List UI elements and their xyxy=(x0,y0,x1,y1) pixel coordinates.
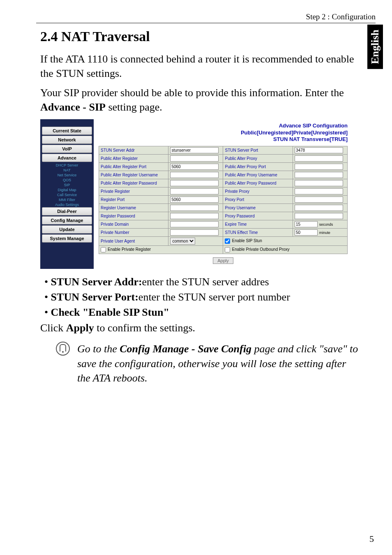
input-stun-addr[interactable] xyxy=(170,147,219,153)
sidebar-sub-nat[interactable]: NAT xyxy=(40,168,94,173)
lbl-priv-reg: Private Register xyxy=(99,187,168,196)
bullet-1-rest: enter the STUN server addres xyxy=(142,276,269,288)
input-priv-reg[interactable] xyxy=(170,188,219,194)
lbl-pub-alt-proxy-port: Public Alter Proxy Port xyxy=(223,163,293,171)
select-priv-ua[interactable]: common xyxy=(170,238,195,245)
lbl-expire: Expire Time xyxy=(223,220,293,229)
lbl-enable-outbound: Enable Private Outbound Proxy xyxy=(232,247,289,252)
bullet-3: • Check "Enable SIP Stun" xyxy=(44,305,360,319)
sidebar-item-advance[interactable]: Advance xyxy=(42,154,92,162)
bullet-2-rest: enter the STUN server port number xyxy=(138,291,290,303)
note-text: Go to the Config Manage - Save Config pa… xyxy=(77,342,360,385)
input-reg-port[interactable] xyxy=(170,197,219,203)
input-proxy-pass[interactable] xyxy=(295,213,343,219)
sidebar-sub-mmifilter[interactable]: MMI Filter xyxy=(40,197,94,202)
sidebar-item-configmanage[interactable]: Config Manage xyxy=(42,216,92,224)
apply-button[interactable]: Apply xyxy=(213,257,233,264)
check-enable-sip-stun[interactable] xyxy=(225,238,230,244)
lbl-enable-sip-stun: Enable SIP Stun xyxy=(232,238,262,243)
page-number: 5 xyxy=(369,534,374,544)
lbl-reg-pass: Register Password xyxy=(99,212,168,220)
check-enable-outbound[interactable] xyxy=(225,247,230,252)
config-title-l2: Public[Unregistered]Private[Unregistered… xyxy=(99,130,348,136)
lbl-pub-alt-proxy-pass: Public Alter Proxy Password xyxy=(223,179,293,187)
sidebar-sub-netservice[interactable]: Net Service xyxy=(40,173,94,178)
sidebar-sub-qos[interactable]: QOS xyxy=(40,178,94,183)
lbl-priv-ua: Private User Agent xyxy=(99,237,168,246)
after-post: to confirm the settings. xyxy=(94,322,195,334)
sidebar-item-current-state[interactable]: Current State xyxy=(42,127,92,135)
sidebar-sub-digitalmap[interactable]: Digital Map xyxy=(40,187,94,192)
input-expire[interactable] xyxy=(295,221,318,227)
sidebar-item-dialpeer[interactable]: Dial-Peer xyxy=(42,207,92,215)
input-pub-alt-reg-port[interactable] xyxy=(170,164,219,170)
sidebar-sub-sip[interactable]: SIP xyxy=(40,183,94,187)
lbl-pub-alt-reg: Public Alter Register xyxy=(99,155,168,163)
header-step: Step 2 : Configuration xyxy=(36,12,376,23)
sidebar-item-voip[interactable]: VoIP xyxy=(42,145,92,153)
lbl-stun-port: STUN Server Port xyxy=(223,146,293,155)
lbl-pub-alt-proxy: Public Alter Proxy xyxy=(223,155,293,163)
bullet-1-bold: STUN Server Addr: xyxy=(51,276,142,288)
input-stun-port[interactable] xyxy=(295,147,343,153)
lbl-priv-proxy: Private Proxy xyxy=(223,187,293,196)
page-content: 2.4 NAT Traversal If the ATA 1110 is con… xyxy=(40,29,360,385)
sidebar-item-systemmanage[interactable]: System Manage xyxy=(42,234,92,243)
lbl-reg-user: Register Username xyxy=(99,204,168,212)
config-main-panel: Advance SIP Configuration Public[Unregis… xyxy=(94,119,353,269)
bullet-2: • STUN Server Port:enter the STUN server… xyxy=(44,290,360,304)
intro-p2-bold: Advance - SIP xyxy=(40,101,106,113)
input-reg-user[interactable] xyxy=(170,205,219,211)
note-icon xyxy=(56,342,70,356)
lbl-pub-alt-proxy-user: Public Alter Proxy Username xyxy=(223,171,293,179)
note-t1: Go to the xyxy=(77,343,120,355)
input-reg-pass[interactable] xyxy=(170,213,219,219)
lbl-proxy-user: Proxy Username xyxy=(223,204,293,212)
unit-seconds: seconds xyxy=(319,222,333,227)
sidebar-sub-dhcp[interactable]: DHCP Server xyxy=(40,163,94,168)
bullet-3-bold: Check "Enable SIP Stun" xyxy=(51,306,169,318)
input-pub-alt-proxy-port[interactable] xyxy=(295,164,343,170)
lbl-proxy-port: Proxy Port xyxy=(223,196,293,204)
input-pub-alt-proxy-pass[interactable] xyxy=(295,180,343,186)
lbl-priv-number: Private Number xyxy=(99,229,168,237)
lbl-enable-priv-reg: Enable Private Register xyxy=(108,247,151,252)
lbl-proxy-pass: Proxy Password xyxy=(223,212,293,220)
lbl-pub-alt-reg-pass: Public Alter Register Password xyxy=(99,179,168,187)
input-pub-alt-reg-pass[interactable] xyxy=(170,180,219,186)
bullet-2-bold: STUN Server Port: xyxy=(51,291,138,303)
input-pub-alt-reg[interactable] xyxy=(170,155,219,162)
input-pub-alt-proxy-user[interactable] xyxy=(295,172,343,178)
input-priv-number[interactable] xyxy=(170,229,219,236)
lbl-pub-alt-reg-user: Public Alter Register Username xyxy=(99,171,168,179)
lbl-priv-domain: Private Domain xyxy=(99,220,168,229)
input-pub-alt-reg-user[interactable] xyxy=(170,172,219,178)
bullet-1: • STUN Server Addr:enter the STUN server… xyxy=(44,275,360,289)
input-proxy-user[interactable] xyxy=(295,205,343,211)
intro-p2-pre: Your SIP provider should be able to prov… xyxy=(40,87,344,99)
sidebar-item-update[interactable]: Update xyxy=(42,225,92,234)
sidebar-item-network[interactable]: Network xyxy=(42,136,92,144)
after-bold: Apply xyxy=(66,322,94,334)
note-bold: Config Manage - Save Config xyxy=(120,343,251,355)
after-pre: Click xyxy=(40,322,66,334)
nav-sidebar: Current State Network VoIP Advance DHCP … xyxy=(40,119,94,269)
intro-p2-post: setting page. xyxy=(106,101,162,113)
config-screenshot: Current State Network VoIP Advance DHCP … xyxy=(40,119,353,269)
config-title-l3: STUN NAT Transverse[TRUE] xyxy=(99,136,348,143)
unit-minute: minute xyxy=(319,231,330,235)
note-block: Go to the Config Manage - Save Config pa… xyxy=(40,342,360,385)
check-enable-priv-reg[interactable] xyxy=(101,247,106,252)
input-stun-effect[interactable] xyxy=(295,229,318,236)
lbl-stun-addr: STUN Server Addr xyxy=(99,146,168,155)
input-pub-alt-proxy[interactable] xyxy=(295,155,343,162)
sidebar-sub-callservice[interactable]: Call Service xyxy=(40,192,94,197)
input-proxy-port[interactable] xyxy=(295,197,343,203)
input-priv-proxy[interactable] xyxy=(295,188,343,194)
input-priv-domain[interactable] xyxy=(170,221,219,227)
config-table: STUN Server Addr STUN Server Port Public… xyxy=(99,146,348,254)
lbl-pub-alt-reg-port: Public Alter Register Port xyxy=(99,163,168,171)
lbl-reg-port: Register Port xyxy=(99,196,168,204)
sidebar-sub-audio[interactable]: Audio Settings xyxy=(40,202,94,207)
after-bullets: Click Apply to confirm the settings. xyxy=(40,322,360,334)
